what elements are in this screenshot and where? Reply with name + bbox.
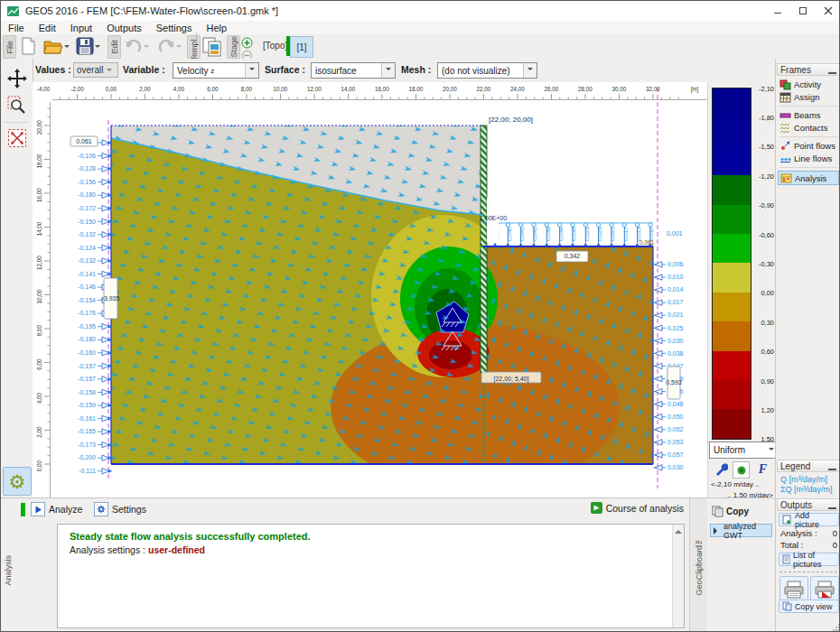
list-of-pictures-button[interactable]: List of pictures — [779, 553, 839, 566]
frames-separator — [779, 136, 837, 137]
frames-item-label: Contacts — [794, 123, 828, 133]
outputs-minimize-icon[interactable] — [828, 500, 836, 509]
variable-dropdown[interactable]: Velocity z — [173, 62, 259, 79]
frames-item-analysis[interactable]: Analysis — [778, 171, 839, 185]
target-icon — [736, 465, 747, 476]
svg-text:-0,106: -0,106 — [78, 153, 96, 159]
svg-text:0,021: 0,021 — [609, 227, 615, 241]
open-file-button[interactable] — [42, 36, 70, 56]
scale-range-min: <-2,10 m/day .. — [711, 480, 760, 488]
copy-picture-icon — [201, 36, 223, 57]
resize-grip[interactable] — [833, 624, 840, 631]
print-setup-button[interactable] — [810, 576, 839, 602]
undo-button[interactable] — [124, 37, 149, 55]
scale-label-3: -1,20 — [751, 172, 774, 181]
scale-band-10 — [712, 380, 751, 410]
analyze-button[interactable]: Analyze — [31, 502, 82, 516]
list-pictures-icon — [782, 554, 790, 564]
frames-item-label: Beams — [794, 110, 821, 120]
scale-format-button[interactable]: F — [755, 461, 770, 477]
minimize-button[interactable] — [765, 2, 790, 21]
svg-text:12,00: 12,00 — [36, 256, 42, 270]
maximize-button[interactable] — [790, 2, 816, 21]
stage-strip[interactable]: Stage — [227, 35, 240, 59]
analysis-settings-button[interactable]: Settings — [94, 502, 146, 516]
scale-autorange-button[interactable] — [733, 461, 750, 479]
close-button[interactable] — [816, 2, 840, 21]
scale-mode-dropdown[interactable]: Uniform — [709, 441, 779, 459]
menu-outputs[interactable]: Outputs — [99, 23, 149, 33]
frames-item-beams[interactable]: Beams — [778, 109, 839, 121]
copy-picture-button[interactable] — [201, 36, 223, 57]
frames-minimize-icon[interactable] — [828, 65, 836, 74]
print-button[interactable] — [779, 576, 808, 602]
svg-text:8,00: 8,00 — [36, 324, 42, 336]
tab-stage-1[interactable]: [1] — [290, 36, 313, 58]
scale-band-11 — [712, 409, 751, 439]
tab-topology[interactable]: [Topo] — [263, 41, 287, 51]
course-of-analysis-icon — [591, 502, 602, 514]
svg-text:-0,161: -0,161 — [78, 415, 96, 422]
svg-text:20,00: 20,00 — [36, 120, 42, 135]
drawing-canvas[interactable]: -4,00-2,000,002,004,006,008,0010,0012,00… — [33, 82, 707, 497]
scale-settings-button[interactable] — [713, 461, 728, 477]
pan-tool-button[interactable] — [6, 68, 27, 88]
frames-item-line-flows[interactable]: Line flows — [778, 153, 839, 164]
svg-text:0,010: 0,010 — [667, 274, 684, 280]
templates-strip[interactable]: Templ... — [187, 35, 201, 59]
course-of-analysis-button[interactable]: Course of analysis — [591, 502, 684, 514]
analysis-status-message: Steady state flow analysis successfully … — [70, 531, 311, 542]
frames-item-contacts[interactable]: Contacts — [778, 122, 839, 134]
svg-text:8,00: 8,00 — [241, 86, 253, 92]
svg-text:4,00: 4,00 — [173, 86, 185, 92]
svg-text:10,00: 10,00 — [36, 289, 42, 303]
settings-gear-button[interactable]: ⚙ — [3, 467, 32, 496]
save-file-button[interactable] — [75, 36, 100, 56]
redo-button[interactable] — [156, 37, 182, 55]
values-dropdown[interactable]: overall — [73, 62, 118, 78]
menu-bar: File Edit Input Outputs Settings Help — [1, 21, 840, 35]
scale-label-2: -1,50 — [751, 143, 774, 151]
frames-item-activity[interactable]: Activity — [778, 79, 839, 90]
menu-input[interactable]: Input — [63, 23, 99, 33]
scale-band-0 — [712, 88, 751, 118]
wrench-icon — [714, 462, 728, 477]
save-dropdown-caret — [95, 45, 100, 51]
model-view[interactable]: -4,00-2,000,002,004,006,008,0010,0012,00… — [33, 82, 707, 497]
values-label: Values : — [35, 64, 71, 75]
surface-dropdown[interactable]: isosurface — [311, 62, 396, 79]
scale-band-7 — [712, 293, 751, 322]
menu-edit[interactable]: Edit — [32, 23, 63, 33]
add-picture-button[interactable]: Add picture — [779, 513, 839, 526]
legend-minimize-icon[interactable] — [828, 461, 836, 470]
menu-file[interactable]: File — [1, 23, 32, 33]
svg-text:0,029: 0,029 — [583, 227, 590, 241]
svg-text:0,342: 0,342 — [565, 253, 581, 259]
view-toolbar: Values : overall Variable : Velocity z S… — [33, 59, 775, 83]
new-file-button[interactable] — [18, 36, 38, 56]
svg-text:-0,195: -0,195 — [78, 323, 96, 330]
scale-band-5 — [712, 234, 751, 264]
zoom-icon — [7, 96, 27, 116]
frames-item-point-flows[interactable]: Point flows — [778, 140, 839, 152]
svg-text:0,025: 0,025 — [596, 227, 602, 241]
svg-text:-0,146: -0,146 — [78, 283, 96, 290]
fit-view-button[interactable] — [6, 127, 27, 148]
sheet-pile-wall[interactable] — [481, 125, 487, 373]
svg-text:0,025: 0,025 — [667, 325, 684, 331]
copy-header[interactable]: Copy — [712, 506, 749, 517]
edit-strip[interactable]: Edit — [107, 35, 121, 59]
menu-settings[interactable]: Settings — [149, 23, 200, 33]
copy-view-button[interactable]: Copy view — [779, 599, 839, 613]
scale-band-4 — [712, 205, 751, 235]
frames-item-assign[interactable]: Assign — [778, 91, 839, 103]
svg-text:28,00: 28,00 — [578, 86, 593, 92]
mesh-dropdown[interactable]: (do not visualize) — [437, 62, 537, 79]
zoom-tool-button[interactable] — [6, 95, 27, 116]
file-strip[interactable]: File — [3, 35, 16, 59]
menu-help[interactable]: Help — [199, 23, 234, 33]
tool-separator — [5, 122, 28, 123]
log-scrollbar[interactable] — [672, 525, 684, 627]
svg-text:1,00E+00: 1,00E+00 — [480, 215, 507, 221]
analyzed-gwt-button[interactable]: analyzed GWT — [710, 524, 772, 537]
